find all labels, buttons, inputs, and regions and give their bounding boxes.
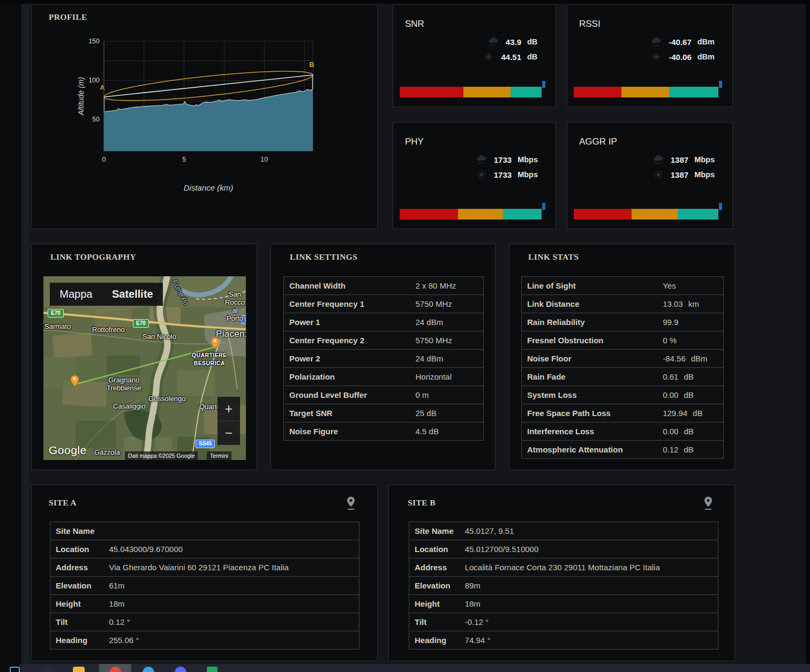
row-value: 13.03km xyxy=(663,299,699,308)
row-label: Site Name xyxy=(50,526,109,535)
row-label: Heading xyxy=(409,636,465,645)
row-value: Horizontal xyxy=(416,372,452,381)
table-row: Tilt-0.12 ° xyxy=(409,613,718,631)
table-row: Site Name45.0127, 9.51 xyxy=(409,522,718,540)
table-row: AddressVia Gherardo Vaiarini 60 29121 Pi… xyxy=(50,558,359,577)
row-label: Ground Level Buffer xyxy=(284,390,416,399)
map-canvas[interactable]: Fiume Po E70 E70 SS9 SS45 Sarmato Rottof… xyxy=(43,276,246,460)
table-row: Ground Level Buffer0 m xyxy=(283,386,484,404)
table-row: Site Name xyxy=(50,522,359,540)
map-label-san-nicolo: San Nicolò xyxy=(142,333,176,341)
row-value: Via Gherardo Vaiarini 60 29121 Piacenza … xyxy=(109,563,289,572)
sun-icon xyxy=(650,51,663,62)
gauge-marker xyxy=(542,81,545,88)
marker-b-label: B xyxy=(70,376,79,381)
map-terms-link[interactable]: Termini xyxy=(207,451,231,460)
svg-text:10: 10 xyxy=(260,156,268,163)
table-row: PolarizationHorizontal xyxy=(283,368,484,386)
phy-gauge-bar xyxy=(400,209,542,220)
svg-text:100: 100 xyxy=(88,77,100,84)
row-label: System Loss xyxy=(522,390,663,399)
site-b-map-marker[interactable]: B xyxy=(70,375,79,387)
zoom-out-button[interactable]: − xyxy=(218,421,240,446)
rssi-rain-row: -40.67 dBm xyxy=(650,36,715,48)
row-label: Site Name xyxy=(409,526,465,535)
row-label: Polarization xyxy=(284,372,416,381)
location-pin-icon[interactable] xyxy=(345,496,357,510)
aggr-rain-unit: Mbps xyxy=(694,155,715,164)
phy-rain-row: 1733 Mbps xyxy=(475,154,538,165)
row-label: Center Frequency 2 xyxy=(284,336,416,345)
row-value: 24 dBm xyxy=(416,354,444,363)
svg-text:50: 50 xyxy=(92,116,100,123)
svg-text:Altitude (m): Altitude (m) xyxy=(77,77,85,116)
site-a-map-marker[interactable]: A xyxy=(211,337,220,349)
location-pin-icon[interactable] xyxy=(702,496,714,510)
google-logo: Google xyxy=(49,444,87,457)
panel-title-site-a: SITE A xyxy=(49,498,77,508)
row-unit: dB xyxy=(684,445,693,454)
row-value: 25 dB xyxy=(416,409,437,418)
svg-text:Distance (km): Distance (km) xyxy=(184,183,234,192)
table-row: Channel Width2 x 80 MHz xyxy=(283,277,484,295)
row-value: Località Fornace Corta 230 29011 Mottazi… xyxy=(465,563,660,572)
rssi-clear-value: -40.06 xyxy=(669,52,692,62)
sun-icon xyxy=(475,169,488,180)
marker-a-label: A xyxy=(211,338,220,343)
rssi-title: RSSI xyxy=(579,19,601,29)
zoom-in-button[interactable]: + xyxy=(218,397,240,421)
files-icon[interactable] xyxy=(73,667,85,672)
panel-title-link-settings: LINK SETTINGS xyxy=(290,252,357,262)
table-row: Height18m xyxy=(50,595,359,613)
table-row: Elevation61m xyxy=(50,577,359,595)
link-topography-panel: LINK TOPOGRAPHY xyxy=(31,244,257,470)
svg-text:A: A xyxy=(100,84,105,92)
row-unit: dB xyxy=(684,372,693,381)
road-badge-ss45: SS45 xyxy=(196,440,215,448)
snr-rain-value: 43.9 xyxy=(506,37,521,47)
snr-clear-unit: dB xyxy=(527,52,538,61)
panel-title-topography: LINK TOPOGRAPHY xyxy=(50,252,136,262)
table-row: Rain Reliability99.9 xyxy=(521,313,724,331)
link-settings-table: Channel Width2 x 80 MHzCenter Frequency … xyxy=(283,276,484,441)
row-value: 0 % xyxy=(663,336,677,345)
sun-icon xyxy=(652,169,665,180)
spreadsheet-icon[interactable] xyxy=(207,667,218,672)
row-value: -0.12 ° xyxy=(465,617,489,626)
row-label: Power 2 xyxy=(284,354,416,363)
row-label: Noise Floor xyxy=(522,354,663,363)
table-row: Fresnel Obstruction0 % xyxy=(521,331,724,350)
map-label-casaliggio: Casaliggio xyxy=(113,402,146,410)
elevation-profile-chart: AB501001500510Distance (km)Altitude (m) xyxy=(32,5,377,228)
panel-title-link-stats: LINK STATS xyxy=(528,252,579,262)
widgets-icon[interactable] xyxy=(10,667,20,672)
phy-panel: PHY 1733 Mbps 1733 Mbps xyxy=(393,122,556,229)
row-label: Atmospheric Attenuation xyxy=(522,445,663,454)
table-row: Elevation89m xyxy=(409,577,718,595)
svg-text:150: 150 xyxy=(88,37,100,45)
discord-icon[interactable] xyxy=(175,667,186,672)
row-value: 18m xyxy=(109,599,124,608)
satellite-view-button[interactable]: Satellite xyxy=(112,288,153,300)
table-row: Center Frequency 15750 MHz xyxy=(283,295,484,313)
chat-app-icon[interactable] xyxy=(142,667,154,672)
table-row: Free Space Path Loss129.94dB xyxy=(521,404,724,422)
aggr-ip-panel: AGGR IP 1387 Mbps 1387 Mbps xyxy=(567,122,733,229)
row-value: 2 x 80 MHz xyxy=(416,281,456,290)
dark-app-icon[interactable] xyxy=(41,667,53,672)
row-value: 0 m xyxy=(416,390,429,399)
table-row: Height18m xyxy=(409,595,718,613)
map-label-rottofreno: Rottofreno xyxy=(92,326,125,334)
map-view-button[interactable]: Mappa xyxy=(59,288,92,300)
gauge-marker xyxy=(719,81,722,88)
scrollbar[interactable] xyxy=(21,4,29,664)
svg-text:0: 0 xyxy=(102,156,106,163)
row-label: Address xyxy=(409,563,465,572)
rain-cloud-icon xyxy=(475,154,488,165)
row-label: Tilt xyxy=(409,617,465,626)
table-row: Target SNR25 dB xyxy=(283,404,484,422)
map-label-gazzola: Gazzola xyxy=(94,448,120,456)
table-row: Line of SightYes xyxy=(521,277,724,295)
phy-clear-unit: Mbps xyxy=(518,170,538,179)
left-gutter xyxy=(0,4,21,664)
